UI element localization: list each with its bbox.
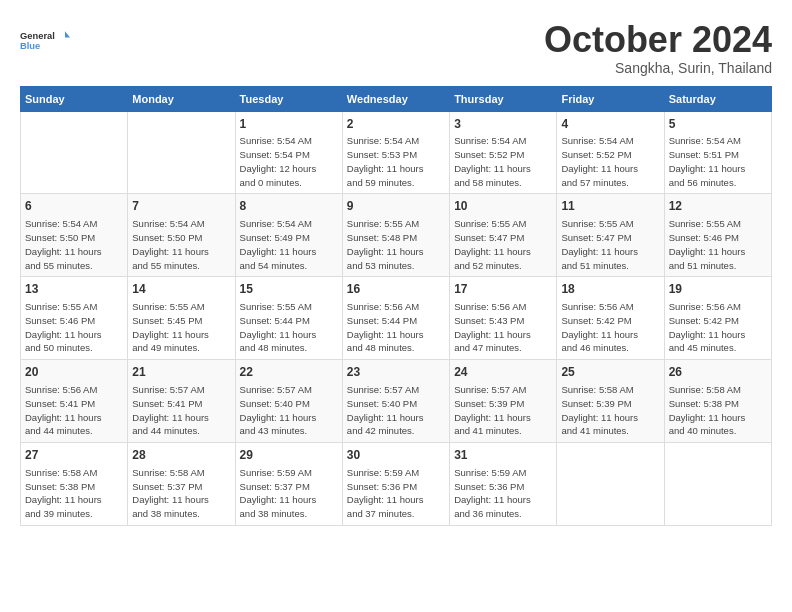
calendar-cell: 17Sunrise: 5:56 AMSunset: 5:43 PMDayligh… (450, 277, 557, 360)
calendar-cell: 7Sunrise: 5:54 AMSunset: 5:50 PMDaylight… (128, 194, 235, 277)
day-info: Sunrise: 5:54 AMSunset: 5:54 PMDaylight:… (240, 134, 338, 189)
day-info: Sunrise: 5:57 AMSunset: 5:40 PMDaylight:… (347, 383, 445, 438)
calendar-week-1: 1Sunrise: 5:54 AMSunset: 5:54 PMDaylight… (21, 111, 772, 194)
svg-text:Blue: Blue (20, 41, 40, 51)
day-number: 3 (454, 116, 552, 133)
month-title: October 2024 (544, 20, 772, 60)
day-number: 17 (454, 281, 552, 298)
day-info: Sunrise: 5:58 AMSunset: 5:37 PMDaylight:… (132, 466, 230, 521)
day-number: 7 (132, 198, 230, 215)
calendar-cell: 29Sunrise: 5:59 AMSunset: 5:37 PMDayligh… (235, 443, 342, 526)
calendar-cell: 6Sunrise: 5:54 AMSunset: 5:50 PMDaylight… (21, 194, 128, 277)
calendar-cell: 14Sunrise: 5:55 AMSunset: 5:45 PMDayligh… (128, 277, 235, 360)
calendar-cell: 5Sunrise: 5:54 AMSunset: 5:51 PMDaylight… (664, 111, 771, 194)
day-info: Sunrise: 5:59 AMSunset: 5:37 PMDaylight:… (240, 466, 338, 521)
calendar-cell: 12Sunrise: 5:55 AMSunset: 5:46 PMDayligh… (664, 194, 771, 277)
day-info: Sunrise: 5:59 AMSunset: 5:36 PMDaylight:… (454, 466, 552, 521)
weekday-header-monday: Monday (128, 86, 235, 111)
calendar-cell: 11Sunrise: 5:55 AMSunset: 5:47 PMDayligh… (557, 194, 664, 277)
calendar-cell: 16Sunrise: 5:56 AMSunset: 5:44 PMDayligh… (342, 277, 449, 360)
day-info: Sunrise: 5:56 AMSunset: 5:43 PMDaylight:… (454, 300, 552, 355)
calendar-week-2: 6Sunrise: 5:54 AMSunset: 5:50 PMDaylight… (21, 194, 772, 277)
location-subtitle: Sangkha, Surin, Thailand (544, 60, 772, 76)
day-number: 27 (25, 447, 123, 464)
day-info: Sunrise: 5:55 AMSunset: 5:46 PMDaylight:… (669, 217, 767, 272)
svg-text:General: General (20, 31, 55, 41)
day-number: 20 (25, 364, 123, 381)
day-info: Sunrise: 5:55 AMSunset: 5:47 PMDaylight:… (454, 217, 552, 272)
calendar-cell: 22Sunrise: 5:57 AMSunset: 5:40 PMDayligh… (235, 360, 342, 443)
day-info: Sunrise: 5:58 AMSunset: 5:38 PMDaylight:… (25, 466, 123, 521)
logo: General Blue (20, 20, 70, 60)
calendar-cell: 20Sunrise: 5:56 AMSunset: 5:41 PMDayligh… (21, 360, 128, 443)
day-number: 19 (669, 281, 767, 298)
day-info: Sunrise: 5:57 AMSunset: 5:39 PMDaylight:… (454, 383, 552, 438)
day-info: Sunrise: 5:54 AMSunset: 5:52 PMDaylight:… (561, 134, 659, 189)
day-number: 23 (347, 364, 445, 381)
calendar-cell: 26Sunrise: 5:58 AMSunset: 5:38 PMDayligh… (664, 360, 771, 443)
calendar-week-5: 27Sunrise: 5:58 AMSunset: 5:38 PMDayligh… (21, 443, 772, 526)
calendar-cell: 15Sunrise: 5:55 AMSunset: 5:44 PMDayligh… (235, 277, 342, 360)
calendar-cell: 24Sunrise: 5:57 AMSunset: 5:39 PMDayligh… (450, 360, 557, 443)
weekday-header-row: SundayMondayTuesdayWednesdayThursdayFrid… (21, 86, 772, 111)
calendar-cell: 31Sunrise: 5:59 AMSunset: 5:36 PMDayligh… (450, 443, 557, 526)
calendar-cell: 13Sunrise: 5:55 AMSunset: 5:46 PMDayligh… (21, 277, 128, 360)
weekday-header-wednesday: Wednesday (342, 86, 449, 111)
day-info: Sunrise: 5:56 AMSunset: 5:42 PMDaylight:… (561, 300, 659, 355)
day-number: 24 (454, 364, 552, 381)
calendar-cell: 27Sunrise: 5:58 AMSunset: 5:38 PMDayligh… (21, 443, 128, 526)
day-number: 4 (561, 116, 659, 133)
calendar-cell: 18Sunrise: 5:56 AMSunset: 5:42 PMDayligh… (557, 277, 664, 360)
calendar-cell (21, 111, 128, 194)
weekday-header-saturday: Saturday (664, 86, 771, 111)
calendar-cell: 25Sunrise: 5:58 AMSunset: 5:39 PMDayligh… (557, 360, 664, 443)
calendar-cell: 21Sunrise: 5:57 AMSunset: 5:41 PMDayligh… (128, 360, 235, 443)
day-number: 31 (454, 447, 552, 464)
day-number: 29 (240, 447, 338, 464)
day-number: 2 (347, 116, 445, 133)
logo-svg: General Blue (20, 20, 70, 60)
day-info: Sunrise: 5:54 AMSunset: 5:52 PMDaylight:… (454, 134, 552, 189)
calendar-cell: 10Sunrise: 5:55 AMSunset: 5:47 PMDayligh… (450, 194, 557, 277)
weekday-header-tuesday: Tuesday (235, 86, 342, 111)
day-number: 26 (669, 364, 767, 381)
calendar-cell: 1Sunrise: 5:54 AMSunset: 5:54 PMDaylight… (235, 111, 342, 194)
day-number: 1 (240, 116, 338, 133)
day-info: Sunrise: 5:55 AMSunset: 5:44 PMDaylight:… (240, 300, 338, 355)
day-info: Sunrise: 5:56 AMSunset: 5:41 PMDaylight:… (25, 383, 123, 438)
day-info: Sunrise: 5:54 AMSunset: 5:50 PMDaylight:… (132, 217, 230, 272)
day-info: Sunrise: 5:57 AMSunset: 5:40 PMDaylight:… (240, 383, 338, 438)
day-number: 14 (132, 281, 230, 298)
day-number: 9 (347, 198, 445, 215)
day-number: 25 (561, 364, 659, 381)
day-info: Sunrise: 5:54 AMSunset: 5:51 PMDaylight:… (669, 134, 767, 189)
day-number: 18 (561, 281, 659, 298)
calendar-cell: 28Sunrise: 5:58 AMSunset: 5:37 PMDayligh… (128, 443, 235, 526)
calendar-cell (128, 111, 235, 194)
calendar-cell: 9Sunrise: 5:55 AMSunset: 5:48 PMDaylight… (342, 194, 449, 277)
day-info: Sunrise: 5:55 AMSunset: 5:46 PMDaylight:… (25, 300, 123, 355)
day-info: Sunrise: 5:55 AMSunset: 5:48 PMDaylight:… (347, 217, 445, 272)
day-number: 5 (669, 116, 767, 133)
day-number: 30 (347, 447, 445, 464)
day-number: 8 (240, 198, 338, 215)
day-info: Sunrise: 5:58 AMSunset: 5:39 PMDaylight:… (561, 383, 659, 438)
calendar-cell: 30Sunrise: 5:59 AMSunset: 5:36 PMDayligh… (342, 443, 449, 526)
day-info: Sunrise: 5:59 AMSunset: 5:36 PMDaylight:… (347, 466, 445, 521)
day-number: 21 (132, 364, 230, 381)
svg-marker-2 (65, 31, 70, 37)
day-info: Sunrise: 5:54 AMSunset: 5:50 PMDaylight:… (25, 217, 123, 272)
calendar-week-3: 13Sunrise: 5:55 AMSunset: 5:46 PMDayligh… (21, 277, 772, 360)
weekday-header-friday: Friday (557, 86, 664, 111)
calendar-cell: 2Sunrise: 5:54 AMSunset: 5:53 PMDaylight… (342, 111, 449, 194)
day-info: Sunrise: 5:57 AMSunset: 5:41 PMDaylight:… (132, 383, 230, 438)
calendar-cell (664, 443, 771, 526)
day-number: 12 (669, 198, 767, 215)
title-block: October 2024 Sangkha, Surin, Thailand (544, 20, 772, 76)
day-number: 11 (561, 198, 659, 215)
day-info: Sunrise: 5:56 AMSunset: 5:44 PMDaylight:… (347, 300, 445, 355)
calendar-cell: 3Sunrise: 5:54 AMSunset: 5:52 PMDaylight… (450, 111, 557, 194)
calendar-cell: 19Sunrise: 5:56 AMSunset: 5:42 PMDayligh… (664, 277, 771, 360)
calendar-week-4: 20Sunrise: 5:56 AMSunset: 5:41 PMDayligh… (21, 360, 772, 443)
calendar-cell (557, 443, 664, 526)
